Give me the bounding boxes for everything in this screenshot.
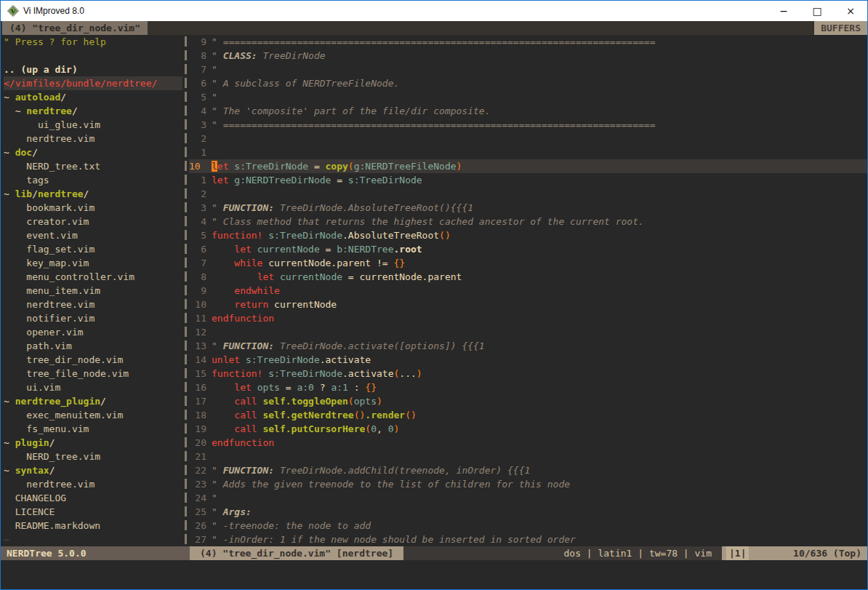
line-number: 1 bbox=[189, 173, 206, 187]
code-line[interactable]: 8 let currentNode = currentNode.parent bbox=[189, 270, 867, 284]
code-line[interactable]: 19 call self.putCursorHere(0, 0) bbox=[189, 422, 867, 436]
tree-item[interactable]: menu_controller.vim bbox=[4, 270, 182, 284]
tree-item[interactable]: LICENCE bbox=[4, 505, 182, 519]
tab-tree-dir-node[interactable]: (4) "tree_dir_node.vim" bbox=[2, 21, 148, 35]
tree-item[interactable]: notifier.vim bbox=[4, 311, 182, 325]
tree-item[interactable]: nerdtree.vim bbox=[4, 132, 182, 145]
code-line[interactable]: 3" =====================================… bbox=[189, 118, 867, 132]
tree-item[interactable]: nerdtree.vim bbox=[4, 298, 182, 311]
tree-item[interactable]: flag_set.vim bbox=[4, 242, 182, 256]
tree-item[interactable]: CHANGELOG bbox=[4, 491, 182, 505]
tree-item[interactable]: ~ doc/ bbox=[4, 145, 182, 159]
code-line[interactable]: 17 call self.toggleOpen(opts) bbox=[189, 394, 867, 408]
line-number: 9 bbox=[189, 35, 206, 49]
tree-item[interactable]: .. (up a dir) bbox=[4, 63, 182, 76]
statusline-buffer: (4) "tree_dir_node.vim" [nerdtree] bbox=[190, 546, 403, 560]
code-line[interactable]: 3" FUNCTION: TreeDirNode.AbsoluteTreeRoo… bbox=[189, 201, 867, 215]
code-line[interactable]: 7" bbox=[189, 63, 867, 76]
code-line[interactable]: 10 return currentNode bbox=[189, 298, 867, 311]
line-number: 16 bbox=[189, 380, 206, 394]
code-line[interactable]: 23" Adds the given treenode to the list … bbox=[189, 477, 867, 491]
command-line[interactable] bbox=[1, 560, 867, 589]
tree-item[interactable]: path.vim bbox=[4, 339, 182, 353]
code-line[interactable]: 21 bbox=[189, 450, 867, 463]
tree-item[interactable]: ~ plugin/ bbox=[4, 436, 182, 450]
buffers-tab[interactable]: BUFFERS bbox=[814, 21, 867, 35]
tree-item[interactable]: NERD_tree.txt bbox=[4, 159, 182, 173]
tree-item[interactable]: ~ nerdtree/ bbox=[4, 104, 182, 118]
tree-item[interactable]: exec_menuitem.vim bbox=[4, 408, 182, 422]
line-number: 11 bbox=[189, 311, 206, 325]
line-number: 13 bbox=[189, 339, 206, 353]
code-line[interactable]: 1let g:NERDTreeDirNode = s:TreeDirNode bbox=[189, 173, 867, 187]
code-line[interactable]: 6" A subclass of NERDTreeFileNode. bbox=[189, 76, 867, 90]
tree-item[interactable]: </vimfiles/bundle/nerdtree/ bbox=[4, 76, 182, 90]
cursor: l bbox=[212, 161, 217, 172]
tree-item[interactable]: " Press ? for help bbox=[4, 35, 182, 49]
tree-item[interactable]: creator.vim bbox=[4, 215, 182, 228]
tree-item[interactable]: ui_glue.vim bbox=[4, 118, 182, 132]
code-line[interactable]: 2 bbox=[189, 132, 867, 145]
line-number: 8 bbox=[189, 49, 206, 63]
tree-item[interactable]: fs_menu.vim bbox=[4, 422, 182, 436]
tree-item[interactable]: ~ nerdtree_plugin/ bbox=[4, 394, 182, 408]
code-line[interactable]: 22" FUNCTION: TreeDirNode.addChild(treen… bbox=[189, 463, 867, 477]
code-line[interactable]: 12 bbox=[189, 325, 867, 339]
tree-item[interactable]: tags bbox=[4, 173, 182, 187]
maximize-button[interactable]: □ bbox=[800, 1, 834, 21]
code-line[interactable]: 26" -treenode: the node to add bbox=[189, 519, 867, 533]
code-line[interactable]: 7 while currentNode.parent != {} bbox=[189, 256, 867, 270]
code-line[interactable]: 9" =====================================… bbox=[189, 35, 867, 49]
line-number: 10 bbox=[189, 159, 206, 173]
editor-pane: 9" =====================================… bbox=[189, 35, 867, 546]
minimize-button[interactable]: − bbox=[767, 1, 800, 21]
nerdtree-pane: " Press ? for help.. (up a dir)</vimfile… bbox=[1, 35, 182, 546]
tree-item[interactable]: tree_dir_node.vim bbox=[4, 353, 182, 367]
line-number: 1 bbox=[189, 145, 206, 159]
line-number: 19 bbox=[189, 422, 206, 436]
code-line[interactable]: 2 bbox=[189, 187, 867, 201]
code-line[interactable]: 5function! s:TreeDirNode.AbsoluteTreeRoo… bbox=[189, 228, 867, 242]
window-number: |1| bbox=[726, 546, 749, 560]
code-line[interactable]: 25" Args: bbox=[189, 505, 867, 519]
tree-item[interactable]: ~ syntax/ bbox=[4, 463, 182, 477]
code-line[interactable]: 20endfunction bbox=[189, 436, 867, 450]
tree-item[interactable]: event.vim bbox=[4, 228, 182, 242]
line-number: 5 bbox=[189, 228, 206, 242]
code-line[interactable]: 27" -inOrder: 1 if the new node should b… bbox=[189, 533, 867, 546]
tree-item[interactable]: bookmark.vim bbox=[4, 201, 182, 215]
code-line[interactable]: 18 call self.getNerdtree().render() bbox=[189, 408, 867, 422]
tree-item[interactable]: nerdtree.vim bbox=[4, 477, 182, 491]
tree-item[interactable] bbox=[4, 49, 182, 63]
code-line[interactable]: 4" The 'composite' part of the file/dir … bbox=[189, 104, 867, 118]
code-line[interactable]: 15function! s:TreeDirNode.activate(...) bbox=[189, 367, 867, 380]
code-line[interactable]: 16 let opts = a:0 ? a:1 : {} bbox=[189, 380, 867, 394]
tree-item[interactable]: opener.vim bbox=[4, 325, 182, 339]
code-line[interactable]: 11endfunction bbox=[189, 311, 867, 325]
tree-item[interactable]: NERD_tree.vim bbox=[4, 450, 182, 463]
code-line[interactable]: 4" Class method that returns the highest… bbox=[189, 215, 867, 228]
close-button[interactable]: × bbox=[834, 1, 867, 21]
tree-item[interactable]: ~ autoload/ bbox=[4, 90, 182, 104]
ruler: 10/636 (Top) bbox=[793, 548, 861, 559]
code-line[interactable]: 5" bbox=[189, 90, 867, 104]
code-line[interactable]: 6 let currentNode = b:NERDTree.root bbox=[189, 242, 867, 256]
tree-item[interactable]: README.markdown bbox=[4, 519, 182, 533]
tree-item[interactable]: tree_file_node.vim bbox=[4, 367, 182, 380]
code-line[interactable]: 14unlet s:TreeDirNode.activate bbox=[189, 353, 867, 367]
line-number: 24 bbox=[189, 491, 206, 505]
line-number: 5 bbox=[189, 90, 206, 104]
tree-item[interactable]: menu_item.vim bbox=[4, 284, 182, 298]
code-line[interactable]: 24" bbox=[189, 491, 867, 505]
tree-item[interactable]: ui.vim bbox=[4, 380, 182, 394]
window-separator[interactable] bbox=[182, 35, 189, 546]
tree-item[interactable]: ~ lib/nerdtree/ bbox=[4, 187, 182, 201]
tree-item[interactable]: ~ bbox=[4, 533, 182, 546]
code-line[interactable]: 8" CLASS: TreeDirNode bbox=[189, 49, 867, 63]
code-line[interactable]: 10let s:TreeDirNode = copy(g:NERDTreeFil… bbox=[189, 159, 867, 173]
tree-item[interactable]: key_map.vim bbox=[4, 256, 182, 270]
code-line[interactable]: 1 bbox=[189, 145, 867, 159]
code-line[interactable]: 9 endwhile bbox=[189, 284, 867, 298]
code-line[interactable]: 13" FUNCTION: TreeDirNode.activate([opti… bbox=[189, 339, 867, 353]
line-number: 6 bbox=[189, 242, 206, 256]
